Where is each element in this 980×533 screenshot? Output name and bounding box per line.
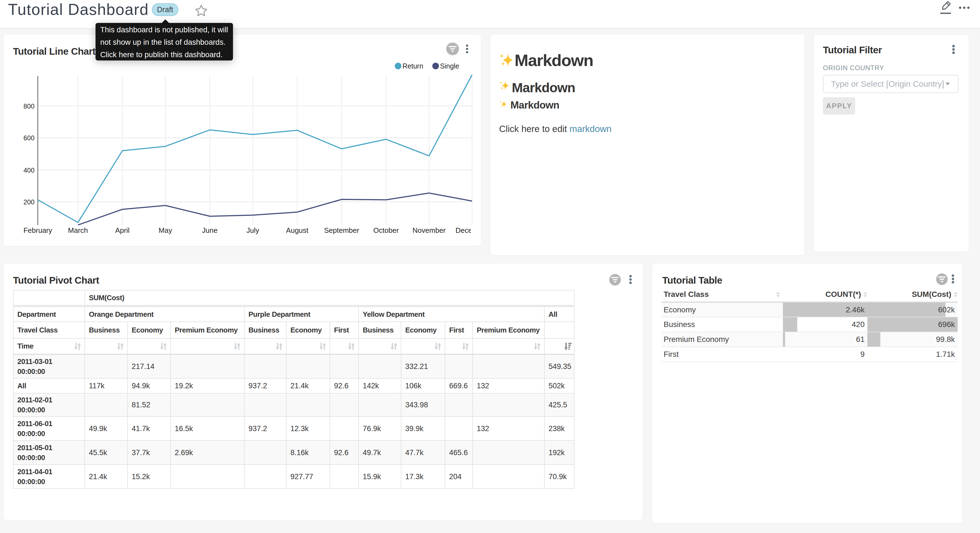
svg-text:800: 800 bbox=[24, 102, 35, 110]
svg-text:November: November bbox=[412, 226, 445, 235]
svg-text:October: October bbox=[373, 226, 399, 235]
svg-text:March: March bbox=[68, 226, 88, 235]
svg-text:June: June bbox=[202, 226, 218, 235]
svg-text:600: 600 bbox=[24, 134, 35, 142]
svg-text:February: February bbox=[24, 226, 52, 235]
svg-text:August: August bbox=[286, 226, 309, 235]
svg-text:Single: Single bbox=[440, 62, 459, 70]
svg-text:400: 400 bbox=[24, 166, 35, 174]
svg-text:September: September bbox=[324, 226, 360, 235]
svg-text:May: May bbox=[159, 226, 172, 235]
svg-text:200: 200 bbox=[24, 198, 35, 206]
svg-text:December: December bbox=[455, 226, 474, 235]
svg-text:July: July bbox=[247, 226, 259, 235]
svg-text:April: April bbox=[115, 226, 129, 235]
svg-text:Return: Return bbox=[402, 62, 423, 70]
